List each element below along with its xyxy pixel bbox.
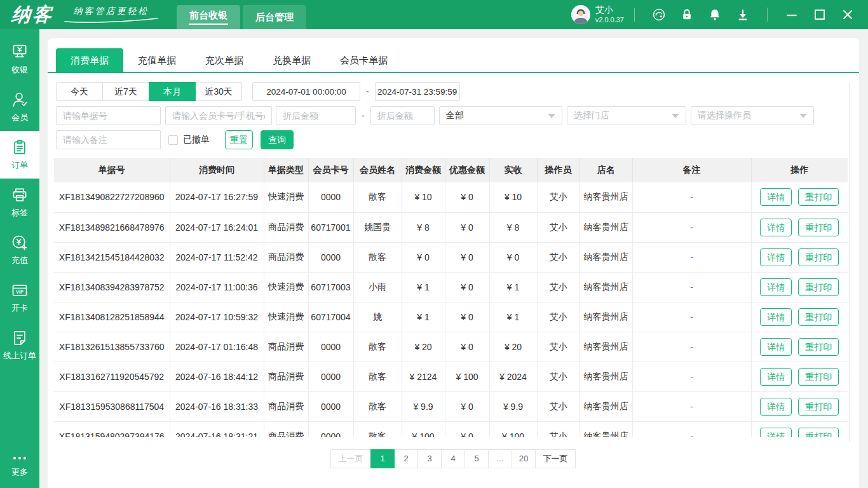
amount-max-input[interactable] [370, 106, 435, 125]
tab-会员卡单据[interactable]: 会员卡单据 [325, 48, 402, 72]
sidebar-item-充值[interactable]: 充值 [0, 226, 39, 274]
detail-button[interactable]: 详情 [760, 368, 792, 386]
reprint-button[interactable]: 重打印 [798, 338, 839, 356]
range-button-本月[interactable]: 本月 [149, 82, 196, 101]
cell-actions: 详情重打印 [751, 212, 848, 242]
sidebar-item-开卡[interactable]: VIP开卡 [0, 274, 39, 322]
reprint-button[interactable]: 重打印 [798, 368, 839, 386]
amount-min-input[interactable] [276, 106, 356, 125]
cell-amount: ¥ 9.9 [402, 391, 445, 421]
cell-store: 纳客贵州店 [580, 182, 632, 212]
cell-card-no: 60717003 [308, 272, 353, 302]
cell-amount: ¥ 0 [402, 242, 445, 272]
sidebar-item-收银[interactable]: 收银 [0, 36, 39, 83]
range-button-今天[interactable]: 今天 [56, 82, 103, 101]
cell-discount: ¥ 0 [445, 212, 489, 242]
reprint-button[interactable]: 重打印 [798, 219, 839, 236]
slogan: 纳客管店更轻松 [64, 6, 159, 24]
detail-button[interactable]: 详情 [760, 278, 792, 296]
topbar-nav: 前台收银后台管理 [177, 5, 306, 29]
cell-amount: ¥ 1 [402, 272, 445, 302]
date-to-input[interactable] [375, 82, 460, 101]
detail-button[interactable]: 详情 [760, 428, 792, 438]
table-scrollbar[interactable] [850, 83, 850, 442]
date-from-input[interactable] [252, 82, 360, 101]
cell-paid: ¥ 8 [489, 212, 537, 242]
member-search-input[interactable] [165, 106, 272, 125]
sidebar-item-会员[interactable]: 会员 [0, 83, 39, 131]
cell-remark: - [632, 391, 751, 421]
pay-type-select[interactable]: 全部 [439, 106, 562, 125]
cell-member: 姚 [353, 302, 402, 332]
tab-充值单据[interactable]: 充值单据 [123, 48, 191, 72]
reset-button[interactable]: 重置 [225, 130, 253, 149]
range-button-近7天[interactable]: 近7天 [102, 82, 149, 101]
reprint-button[interactable]: 重打印 [798, 428, 839, 438]
customer-service-icon[interactable] [652, 8, 666, 22]
cell-paid: ¥ 1 [489, 272, 537, 302]
next-page-button[interactable]: 下一页 [535, 449, 576, 468]
sidebar-item-订单[interactable]: 订单 [0, 131, 39, 179]
cell-member: 小雨 [353, 272, 402, 302]
bell-icon[interactable] [708, 8, 722, 22]
topbar-tab-后台管理[interactable]: 后台管理 [243, 5, 306, 29]
cell-discount: ¥ 0 [445, 332, 489, 362]
page-button-1[interactable]: 1 [370, 449, 395, 468]
sidebar-item-label: 会员 [11, 112, 28, 123]
operator-select[interactable]: 请选择操作员 [691, 106, 814, 125]
topbar-tab-前台收银[interactable]: 前台收银 [177, 5, 240, 29]
sidebar-item-label: 标签 [11, 207, 28, 219]
cell-actions: 详情重打印 [751, 242, 848, 272]
download-icon[interactable] [736, 8, 750, 22]
filter-row-actions: 已撤单 重置 查询 [56, 130, 851, 149]
cell-operator: 艾小 [537, 242, 580, 272]
user-meta: 艾小 v2.0.0.37 [595, 4, 624, 24]
prev-page-button[interactable]: 上一页 [330, 449, 371, 468]
detail-button[interactable]: 详情 [760, 338, 792, 356]
cell-actions: 详情重打印 [751, 182, 848, 212]
cell-amount: ¥ 8 [402, 212, 445, 242]
range-button-近30天[interactable]: 近30天 [195, 82, 242, 101]
sidebar-item-标签[interactable]: 标签 [0, 179, 39, 226]
page-button-4[interactable]: 4 [441, 449, 465, 468]
order-no-input[interactable] [56, 106, 161, 125]
sidebar-item-label: 订单 [11, 159, 28, 171]
label-printer-icon [11, 186, 29, 204]
page-button-20[interactable]: 20 [512, 449, 536, 468]
detail-button[interactable]: 详情 [760, 398, 792, 416]
remark-input[interactable] [56, 130, 161, 149]
detail-button[interactable]: 详情 [760, 188, 792, 206]
sidebar-item-线上订单[interactable]: 线上订单 [0, 322, 39, 369]
detail-button[interactable]: 详情 [760, 248, 792, 266]
cell-remark: - [632, 242, 751, 272]
minimize-button[interactable] [783, 6, 800, 23]
maximize-button[interactable] [811, 6, 828, 23]
sidebar-item-more[interactable]: 更多 [0, 447, 39, 483]
reprint-button[interactable]: 重打印 [798, 308, 839, 326]
lock-icon[interactable] [680, 8, 694, 22]
cell-type: 商品消费 [264, 332, 308, 362]
table-header-row: 单据号消费时间单据类型会员卡号会员姓名消费金额优惠金额实收操作员店名备注操作 [54, 158, 848, 182]
filter-row-dates: 今天近7天本月近30天 - [56, 82, 851, 101]
cell-type: 商品消费 [264, 421, 308, 437]
column-header: 单据号 [54, 158, 170, 182]
reprint-button[interactable]: 重打印 [798, 278, 839, 296]
store-select[interactable]: 选择门店 [567, 106, 686, 125]
tab-消费单据[interactable]: 消费单据 [56, 48, 123, 72]
page-button-3[interactable]: 3 [417, 449, 442, 468]
avatar[interactable] [571, 5, 590, 24]
close-button[interactable] [839, 6, 856, 23]
page-button-2[interactable]: 2 [394, 449, 418, 468]
page-button-5[interactable]: 5 [465, 449, 489, 468]
reprint-button[interactable]: 重打印 [798, 188, 839, 206]
sidebar-items: 收银会员订单标签充值VIP开卡线上订单 [0, 36, 39, 369]
tab-充次单据[interactable]: 充次单据 [191, 48, 258, 72]
search-button[interactable]: 查询 [261, 130, 294, 149]
cell-paid: ¥ 20 [489, 332, 537, 362]
revoked-checkbox[interactable] [168, 135, 178, 145]
detail-button[interactable]: 详情 [760, 219, 792, 236]
reprint-button[interactable]: 重打印 [798, 248, 839, 266]
reprint-button[interactable]: 重打印 [798, 398, 839, 416]
detail-button[interactable]: 详情 [760, 308, 792, 326]
tab-兑换单据[interactable]: 兑换单据 [258, 48, 325, 72]
